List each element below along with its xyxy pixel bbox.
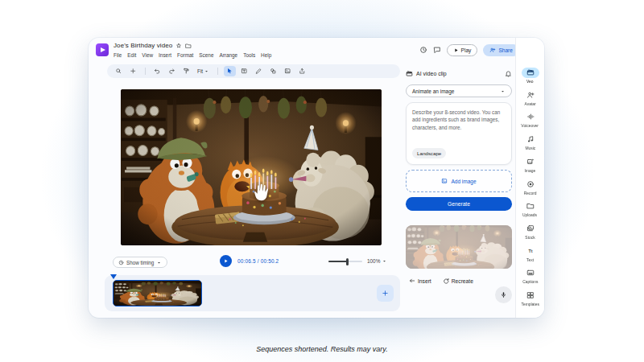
play-button-label: Play (461, 47, 472, 53)
timeline-clip[interactable] (113, 280, 202, 306)
zoom-level-dropdown[interactable]: 100% (367, 258, 387, 264)
sidebar-item-image[interactable]: Image (516, 154, 544, 176)
star-icon[interactable] (175, 43, 182, 49)
people-icon (489, 47, 496, 53)
paint-format-tool[interactable] (180, 66, 192, 76)
disclaimer-caption: Sequences shortened. Results may vary. (0, 345, 644, 353)
document-title[interactable]: Joe's Birthday video (114, 42, 172, 49)
sidebar-item-label: Avatar (524, 101, 535, 105)
move-folder-icon[interactable] (185, 43, 192, 49)
shapes-tool[interactable] (267, 66, 279, 76)
select-tool[interactable] (224, 66, 236, 76)
text-box-tool[interactable] (238, 66, 250, 76)
app-window: Joe's Birthday video FileEditViewInsertF… (89, 38, 544, 318)
redo-button[interactable] (166, 66, 178, 76)
menu-edit[interactable]: Edit (127, 52, 136, 58)
plus-icon (130, 68, 137, 75)
sidebar-item-label: Stock (525, 235, 535, 239)
share-button-label: Share (498, 47, 513, 53)
menu-format[interactable]: Format (177, 52, 193, 58)
export-tool[interactable] (296, 66, 308, 76)
bell-icon[interactable] (505, 70, 512, 77)
video-canvas[interactable] (121, 89, 382, 245)
pen-tool[interactable] (253, 66, 265, 76)
recreate-button[interactable]: Recreate (443, 278, 473, 284)
sidebar-item-music[interactable]: Music (516, 131, 544, 154)
paint-icon (183, 68, 190, 75)
hand-cursor-icon (250, 181, 271, 203)
waveform-icon (526, 113, 535, 121)
add-tool[interactable] (127, 66, 139, 76)
captions-icon (526, 269, 535, 277)
text-icon: Tt (526, 247, 535, 255)
redo-icon (168, 68, 175, 75)
menu-help[interactable]: Help (261, 52, 271, 58)
sidebar-item-veo[interactable]: Veo (516, 64, 544, 87)
video-frame (121, 89, 382, 245)
search-icon (115, 68, 122, 75)
sidebar-item-label: Record (524, 191, 537, 195)
play-outline-icon (453, 47, 459, 53)
menu-insert[interactable]: Insert (159, 52, 171, 58)
add-scene-button[interactable] (377, 285, 394, 302)
sidebar-item-stock[interactable]: Stock (516, 220, 544, 243)
sidebar-item-label: Captions (522, 280, 538, 284)
menu-arrange[interactable]: Arrange (219, 52, 237, 58)
mode-select-value: Animate an image (412, 88, 454, 94)
comment-icon[interactable] (433, 46, 441, 54)
sidebar-item-templates[interactable]: Templates (516, 287, 544, 310)
slider-fill (328, 261, 347, 262)
chevron-down-icon (204, 68, 209, 74)
voice-prompt-button[interactable] (495, 286, 512, 303)
toolbar: Fit (107, 64, 400, 78)
vids-logo[interactable] (96, 43, 109, 56)
menu-tools[interactable]: Tools (243, 52, 255, 58)
prompt-placeholder: Describe your 8-second video. You can ad… (412, 109, 506, 131)
show-timing-dropdown[interactable]: Show timing (113, 257, 167, 268)
sidebar-item-captions[interactable]: Captions (516, 265, 544, 287)
chevron-down-icon (382, 258, 387, 264)
logo-play-glyph (101, 47, 105, 52)
menu-view[interactable]: View (142, 52, 153, 58)
insert-button[interactable]: Insert (409, 278, 431, 284)
share-button[interactable]: Share (483, 44, 519, 56)
aspect-ratio-chip[interactable]: Landscape (412, 148, 446, 158)
mode-select[interactable]: Animate an image (406, 84, 512, 97)
zoom-tool[interactable] (113, 66, 125, 76)
menu-file[interactable]: File (114, 52, 122, 58)
textbox-icon (241, 68, 248, 75)
clapperboard-icon (406, 70, 413, 77)
right-sidebar: VeoAvatarVoiceoverMusicImageRecordUpload… (515, 38, 544, 318)
prompt-input[interactable]: Describe your 8-second video. You can ad… (406, 102, 512, 165)
record-icon (526, 180, 535, 188)
play-button[interactable]: Play (447, 44, 478, 56)
templates-icon (526, 291, 535, 299)
sidebar-item-uploads[interactable]: Uploads (516, 198, 544, 220)
timeline-zoom-slider[interactable] (328, 261, 362, 262)
fit-zoom-dropdown[interactable]: Fit (195, 68, 212, 74)
slider-knob[interactable] (346, 258, 349, 265)
sidebar-item-label: Image (525, 168, 536, 172)
zoom-level-value: 100% (367, 258, 380, 264)
generated-thumbnail[interactable] (406, 225, 512, 269)
sidebar-item-label: Uploads (522, 213, 537, 217)
version-history-icon[interactable] (419, 46, 427, 54)
playback-play-button[interactable] (220, 255, 232, 267)
sidebar-item-avatar[interactable]: Avatar (516, 87, 544, 109)
menu-scene[interactable]: Scene (199, 52, 213, 58)
insert-label: Insert (418, 278, 431, 284)
image-tool[interactable] (282, 66, 294, 76)
sidebar-item-voiceover[interactable]: Voiceover (516, 109, 544, 131)
playhead-marker[interactable] (110, 274, 117, 279)
refresh-icon (443, 278, 449, 284)
sidebar-item-record[interactable]: Record (516, 175, 544, 198)
generate-button[interactable]: Generate (406, 197, 512, 211)
result-actions: Insert Recreate (409, 278, 473, 284)
add-image-button[interactable]: Add image (406, 170, 512, 192)
toolbar-divider (217, 68, 218, 75)
ai-panel-header: AI video clip (406, 68, 512, 79)
sidebar-item-text[interactable]: TtText (516, 243, 544, 265)
microphone-icon (500, 291, 507, 298)
undo-button[interactable] (151, 66, 163, 76)
menu-bar: FileEditViewInsertFormatSceneArrangeTool… (114, 52, 271, 58)
